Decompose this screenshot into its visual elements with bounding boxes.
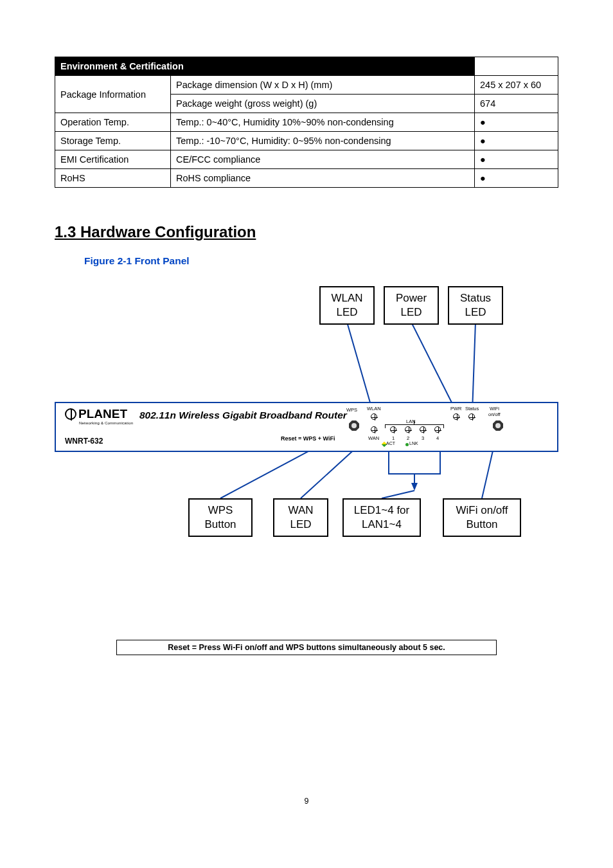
led-lan3 xyxy=(420,426,426,433)
section-heading: 1.3 Hardware Configuration xyxy=(55,223,558,241)
callout-status-led: StatusLED xyxy=(448,286,503,325)
row-desc: Package weight (gross weight) (g) xyxy=(171,95,475,113)
led-num-2: 2 xyxy=(407,435,409,441)
row-desc: Package dimension (W x D x H) (mm) xyxy=(171,76,475,95)
brand-text: PLANET xyxy=(78,407,127,421)
led-label-lan: LAN xyxy=(406,419,416,424)
svg-line-0 xyxy=(347,322,373,411)
row-label: EMI Certification xyxy=(55,150,171,169)
row-val: ● xyxy=(475,132,558,150)
reset-note: Reset = Press Wi-Fi on/off and WPS butto… xyxy=(116,640,497,655)
led-label-wps: WPS xyxy=(346,407,357,413)
callout-wlan-led: WLANLED xyxy=(319,286,375,325)
router-model: WNRT-632 xyxy=(65,437,103,446)
brand-subtext: Networking & Communication xyxy=(79,421,133,425)
callout-power-led: PowerLED xyxy=(384,286,439,325)
callout-wan-led: WANLED xyxy=(273,498,328,537)
svg-marker-6 xyxy=(411,483,418,491)
brand-logo: PLANET xyxy=(65,407,127,421)
table-header-blank xyxy=(475,57,558,76)
row-desc: RoHS compliance xyxy=(171,169,475,188)
row-label: Storage Temp. xyxy=(55,132,171,150)
led-label-status: Status xyxy=(465,406,479,411)
env-cert-table: Environment & Certification Package Info… xyxy=(55,57,558,188)
page-number: 9 xyxy=(55,797,558,806)
lnk-indicator-icon xyxy=(405,443,409,446)
figure-caption: Figure 2-1 Front Panel xyxy=(84,255,558,267)
led-cluster: WPS WLAN WAN LAN 1 2 3 4 xyxy=(345,407,551,447)
row-val: 674 xyxy=(475,95,558,113)
globe-icon xyxy=(65,408,76,420)
led-wlan xyxy=(371,413,377,420)
router-front-panel: PLANET Networking & Communication 802.11… xyxy=(55,402,558,452)
led-label-wlan: WLAN xyxy=(367,406,381,411)
row-desc: CE/FCC compliance xyxy=(171,150,475,169)
row-label: Package Information xyxy=(55,76,171,113)
led-label-pwr: PWR xyxy=(450,406,462,411)
router-title: 802.11n Wireless Gigabit Broadband Route… xyxy=(139,410,347,421)
row-desc: Temp.: 0~40°C, Humidity 10%~90% non-cond… xyxy=(171,113,475,132)
front-panel-diagram: WLANLED PowerLED StatusLED PLANET Networ… xyxy=(55,286,558,608)
row-val: ● xyxy=(475,113,558,132)
led-label-act: ACT xyxy=(386,441,395,446)
callout-wifi-button: WiFi on/offButton xyxy=(443,498,521,537)
led-label-wan: WAN xyxy=(368,435,379,441)
svg-line-2 xyxy=(472,322,475,411)
svg-line-1 xyxy=(411,322,456,411)
led-label-wifion: on/off xyxy=(488,411,501,417)
led-num-1: 1 xyxy=(392,435,395,441)
page: Environment & Certification Package Info… xyxy=(0,0,613,831)
row-desc: Temp.: -10~70°C, Humidity: 0~95% non-con… xyxy=(171,132,475,150)
led-lan2 xyxy=(405,426,411,433)
led-label-wifi: WiFi xyxy=(490,406,499,411)
callout-lan-leds: LED1~4 forLAN1~4 xyxy=(342,498,421,537)
row-val: 245 x 207 x 60 xyxy=(475,76,558,95)
led-lan4 xyxy=(434,426,441,433)
table-header: Environment & Certification xyxy=(55,57,475,76)
row-label: RoHS xyxy=(55,169,171,188)
led-num-4: 4 xyxy=(436,435,439,441)
svg-line-7 xyxy=(382,491,414,498)
led-lan1 xyxy=(390,426,396,433)
reset-silk-label: Reset = WPS + WiFi xyxy=(281,435,335,442)
row-val: ● xyxy=(475,169,558,188)
callout-wps-button: WPSButton xyxy=(188,498,253,537)
led-label-lnk: LNK xyxy=(409,441,418,446)
row-val: ● xyxy=(475,150,558,169)
led-status xyxy=(468,413,475,420)
row-label: Operation Temp. xyxy=(55,113,171,132)
led-wan xyxy=(371,426,377,433)
led-pwr xyxy=(453,413,459,420)
led-num-3: 3 xyxy=(422,435,424,441)
